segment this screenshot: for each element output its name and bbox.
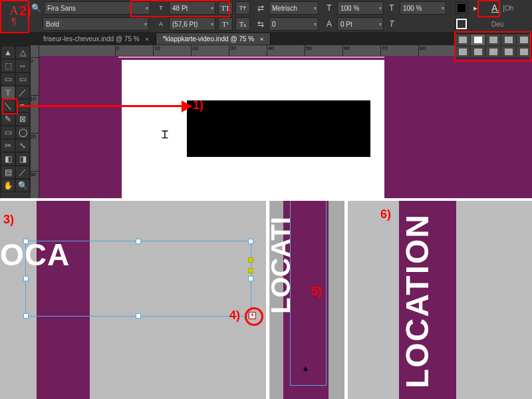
text-frame[interactable] [187, 100, 370, 157]
annotation-6: 6) [380, 207, 391, 221]
hand-tool[interactable]: ✋ [1, 179, 15, 192]
close-icon[interactable]: × [145, 36, 148, 43]
paragraph-panel-icon[interactable]: ¶ [9, 16, 19, 27]
align-left-button[interactable] [455, 34, 470, 46]
align-away-spine-button[interactable] [501, 46, 516, 58]
tracking-icon: ⇆ [255, 19, 266, 29]
align-right-button[interactable] [485, 34, 501, 46]
document-tabs: friseur-les-cheveux.indd @ 75 % × *klapp… [0, 32, 532, 45]
tab-doc-2[interactable]: *klappkarte-video.indd @ 75 % × [156, 33, 271, 45]
zoom-tool[interactable]: 🔍 [15, 179, 30, 192]
gradient-feather-tool[interactable]: ◨ [15, 152, 30, 166]
swatch-expand-icon[interactable]: ▸ [470, 3, 481, 13]
line-tool[interactable]: ＼ [1, 99, 15, 112]
frame-text: LOCATION [399, 213, 436, 388]
no-char-style-label: [Oh [503, 5, 513, 12]
image-divider [266, 201, 269, 399]
guide-line[interactable] [118, 57, 384, 58]
close-icon[interactable]: × [260, 36, 263, 43]
baseline-dropdown[interactable]: 0 Pt [337, 17, 384, 31]
control-panel: A ¶ 🔍 Fira Sans Bold T 48 Pt TT Tᴛ A (57… [0, 0, 532, 32]
superscript-button[interactable]: T¹ [218, 17, 233, 31]
vscale-dropdown[interactable]: 100 % [337, 1, 384, 15]
resize-handle[interactable] [136, 239, 141, 244]
pencil-tool[interactable]: ✎ [1, 112, 15, 126]
pointer-cursor-icon: ▴ [303, 362, 308, 373]
vruler-tick: 10 [29, 95, 39, 102]
direct-selection-tool[interactable]: △ [15, 46, 30, 59]
vertical-ruler[interactable]: 0 10 20 30 [29, 45, 39, 200]
image-divider [344, 201, 348, 399]
document-canvas[interactable]: Ꮖ [39, 56, 532, 200]
justify-left-button[interactable] [501, 34, 516, 46]
resize-handle[interactable] [248, 239, 253, 244]
eyedropper-tool[interactable]: ／ [15, 166, 30, 179]
rectangle-frame-tool[interactable]: ⊠ [15, 112, 30, 126]
font-style-dropdown[interactable]: Bold [43, 17, 149, 31]
ruler-tick: 20 [191, 45, 198, 56]
pen-tool[interactable]: ✒ [15, 99, 30, 112]
panel-6: LOCATION 6) [348, 200, 532, 399]
leading-dropdown[interactable]: (57,6 Pt) [169, 17, 215, 31]
resize-handle[interactable] [23, 239, 29, 244]
ruler-tick: 10 [153, 45, 160, 56]
kerning-dropdown[interactable]: Metrisch [269, 1, 319, 15]
align-extra-button[interactable] [516, 46, 531, 58]
scissors-tool[interactable]: ✂ [1, 139, 15, 152]
control-handle[interactable] [248, 268, 253, 273]
paragraph-alignment-panel [454, 33, 532, 59]
ruler-tick: 50 [305, 45, 312, 56]
resize-handle[interactable] [136, 313, 141, 319]
baseline-icon: A [324, 19, 334, 29]
justify-all-button[interactable] [470, 46, 485, 58]
highlight-circle [245, 307, 263, 326]
ruler-tick: 80 [418, 45, 426, 56]
align-center-button[interactable] [470, 34, 485, 46]
content-placer-tool[interactable]: ▭ [15, 72, 30, 86]
font-size-dropdown[interactable]: 48 Pt [169, 1, 215, 15]
ellipse-tool[interactable]: ◯ [15, 126, 30, 139]
vruler-tick: 30 [29, 171, 39, 178]
rectangle-tool[interactable]: ▭ [1, 126, 15, 139]
small-caps-button[interactable]: Tᴛ [235, 1, 250, 15]
hscale-dropdown[interactable]: 100 % [400, 1, 446, 15]
justify-right-button[interactable] [455, 46, 470, 58]
type-tool[interactable]: T [1, 86, 15, 99]
tracking-dropdown[interactable]: 0 [269, 17, 319, 31]
font-size-icon: T [156, 3, 166, 13]
toolbox: ▲ △ ⬚ ↔ ▭ ▭ T ／ ＼ ✒ ✎ ⊠ ▭ ◯ ✂ ⤡ ◧ ◨ ▤ ／ … [0, 45, 31, 201]
tab-doc-1[interactable]: friseur-les-cheveux.indd @ 75 % × [37, 33, 156, 45]
subscript-button[interactable]: T₁ [235, 17, 250, 31]
ruler-tick: 40 [267, 45, 274, 56]
ruler-tick: 30 [229, 45, 236, 56]
page-tool[interactable]: ⬚ [1, 59, 15, 72]
content-collector-tool[interactable]: ▭ [1, 72, 15, 86]
gap-tool[interactable]: ↔ [15, 59, 30, 72]
align-towards-spine-button[interactable] [485, 46, 501, 58]
selection-tool[interactable]: ▲ [1, 46, 15, 59]
annotation-5: 5) [311, 285, 322, 299]
ruler-tick: 0 [115, 45, 119, 56]
text-frame-selection[interactable] [25, 241, 251, 317]
ruler-tick: 60 [342, 45, 350, 56]
resize-handle[interactable] [23, 276, 29, 281]
all-caps-button[interactable]: TT [218, 1, 233, 15]
fill-swatch[interactable] [456, 3, 467, 13]
language-dropdown[interactable]: Deu [491, 21, 503, 28]
note-tool[interactable]: ▤ [1, 166, 15, 179]
type-on-path-tool[interactable]: ／ [15, 86, 30, 99]
character-panel-icon[interactable]: A [9, 5, 19, 16]
char-style-icon[interactable]: A. [491, 3, 500, 13]
resize-handle[interactable] [248, 276, 253, 281]
resize-handle[interactable] [23, 313, 29, 319]
tab-label: friseur-les-cheveux.indd @ 75 % [43, 35, 140, 43]
control-handle[interactable] [248, 257, 253, 263]
justify-center-button[interactable] [516, 34, 531, 46]
free-transform-tool[interactable]: ⤡ [15, 139, 30, 152]
vscale-icon: T [324, 3, 334, 13]
panel-3: OCA + 3) 4) [0, 200, 266, 399]
font-family-dropdown[interactable]: Fira Sans [44, 1, 150, 15]
stroke-swatch[interactable] [456, 19, 467, 29]
tab-label: *klappkarte-video.indd @ 75 % [163, 35, 254, 43]
gradient-tool[interactable]: ◧ [1, 152, 15, 166]
